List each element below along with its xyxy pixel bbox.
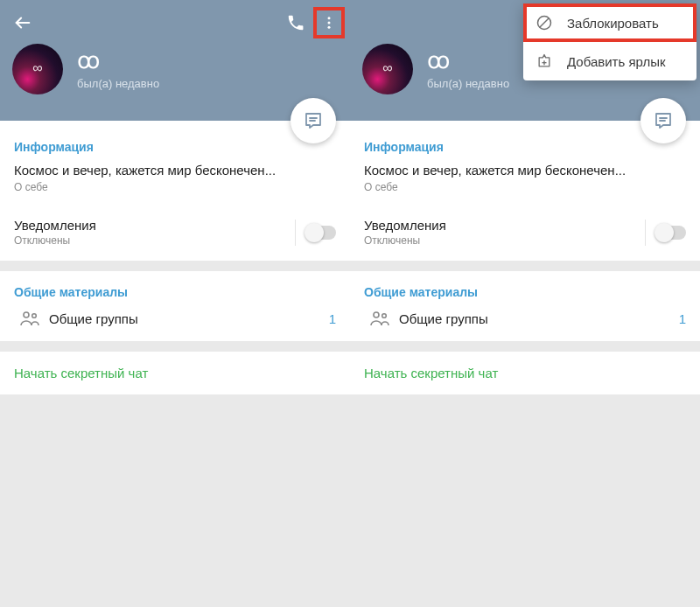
add-shortcut-icon: [536, 52, 553, 70]
more-vertical-icon: [321, 15, 337, 31]
avatar[interactable]: [12, 44, 63, 94]
notifications-toggle[interactable]: [306, 226, 336, 240]
secret-chat-card[interactable]: Начать секретный чат: [0, 352, 350, 394]
back-button[interactable]: [5, 5, 40, 40]
secret-chat-link[interactable]: Начать секретный чат: [364, 366, 686, 380]
bio-text[interactable]: Космос и вечер, кажется мир бесконечен..…: [14, 163, 336, 178]
menu-item-label: Заблокировать: [567, 16, 659, 31]
info-section-label: Информация: [364, 140, 686, 154]
message-fab[interactable]: [640, 98, 686, 143]
notifications-toggle[interactable]: [656, 226, 686, 240]
notifications-row[interactable]: Уведомления Отключены: [14, 218, 336, 247]
svg-line-11: [540, 18, 549, 27]
shared-card: Общие материалы Общие группы 1: [350, 271, 700, 341]
display-name: ꝏ: [77, 49, 159, 72]
notifications-title: Уведомления: [14, 218, 295, 233]
info-card: Информация Космос и вечер, кажется мир б…: [350, 121, 700, 261]
screen-left: ꝏ был(а) недавно Информация Космос и веч…: [0, 0, 350, 607]
bio-sub-label: О себе: [14, 181, 336, 193]
shared-groups-row[interactable]: Общие группы 1: [364, 310, 686, 327]
notifications-sub: Отключены: [14, 234, 295, 247]
message-fab[interactable]: [290, 98, 336, 143]
notifications-row[interactable]: Уведомления Отключены: [364, 218, 686, 247]
last-seen: был(а) недавно: [427, 77, 509, 90]
secret-chat-link[interactable]: Начать секретный чат: [14, 366, 336, 380]
menu-item-block[interactable]: Заблокировать: [523, 3, 696, 42]
message-icon: [303, 110, 324, 131]
groups-icon: [19, 310, 40, 327]
notifications-sub: Отключены: [364, 234, 645, 247]
phone-icon: [286, 13, 305, 32]
svg-point-2: [328, 22, 331, 24]
svg-point-7: [32, 314, 37, 318]
message-icon: [653, 110, 674, 131]
screen-right: ꝏ был(а) недавно Заблокировать Добавить …: [350, 0, 700, 607]
bio-text[interactable]: Космос и вечер, кажется мир бесконечен..…: [364, 163, 686, 178]
vertical-divider: [295, 220, 296, 246]
profile-row: ꝏ был(а) недавно: [0, 38, 350, 94]
call-button[interactable]: [278, 5, 313, 40]
svg-point-1: [328, 17, 331, 19]
arrow-left-icon: [13, 13, 32, 32]
display-name: ꝏ: [427, 49, 509, 72]
notifications-title: Уведомления: [364, 218, 645, 233]
info-section-label: Информация: [14, 140, 336, 154]
secret-chat-card[interactable]: Начать секретный чат: [350, 352, 700, 394]
vertical-divider: [645, 220, 646, 246]
shared-card: Общие материалы Общие группы 1: [0, 271, 350, 341]
groups-icon: [369, 310, 390, 327]
svg-point-3: [328, 26, 331, 29]
last-seen: был(а) недавно: [77, 77, 159, 90]
svg-point-15: [382, 314, 387, 318]
shared-groups-count: 1: [329, 311, 336, 326]
svg-point-6: [24, 312, 29, 317]
svg-point-14: [374, 312, 379, 317]
info-card: Информация Космос и вечер, кажется мир б…: [0, 121, 350, 261]
profile-header: ꝏ был(а) недавно: [0, 0, 350, 121]
shared-section-label: Общие материалы: [364, 285, 686, 299]
options-menu: Заблокировать Добавить ярлык: [523, 3, 696, 80]
avatar[interactable]: [362, 44, 413, 94]
block-icon: [536, 14, 553, 31]
more-menu-button[interactable]: [313, 7, 345, 38]
shared-groups-count: 1: [679, 311, 686, 326]
shared-groups-row[interactable]: Общие группы 1: [14, 310, 336, 327]
bio-sub-label: О себе: [364, 181, 686, 193]
shared-groups-label: Общие группы: [399, 311, 679, 326]
menu-item-add-shortcut[interactable]: Добавить ярлык: [523, 42, 696, 80]
menu-item-label: Добавить ярлык: [567, 54, 666, 69]
shared-groups-label: Общие группы: [49, 311, 329, 326]
topbar: [0, 7, 350, 38]
shared-section-label: Общие материалы: [14, 285, 336, 299]
